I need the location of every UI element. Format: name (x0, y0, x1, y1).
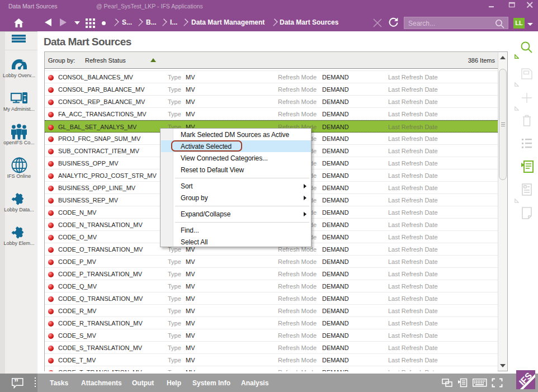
svg-text:”: ” (14, 378, 18, 388)
